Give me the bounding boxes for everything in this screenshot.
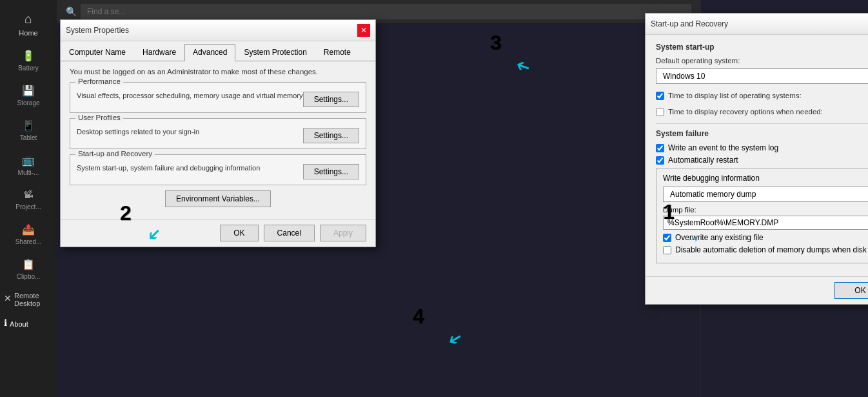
performance-section: Performance Settings... Visual effects, …: [70, 82, 366, 113]
write-debug-group: Write debugging information Automatic me…: [656, 168, 868, 263]
system-failure-title: System failure: [656, 129, 868, 138]
startup-ok-button[interactable]: OK: [834, 282, 868, 299]
write-event-row: Write an event to the system log: [656, 143, 868, 152]
auto-restart-checkbox[interactable]: [656, 156, 664, 165]
storage-icon: 💾: [22, 85, 35, 97]
disable-dump-row: Disable automatic deletion of memory dum…: [663, 245, 868, 254]
clipboard-icon: 📋: [22, 258, 35, 270]
sidebar-item-multi[interactable]: 📺 Multi-...: [0, 148, 57, 183]
sidebar-item-remote-desktop[interactable]: ✕ Remote Desktop: [0, 287, 57, 312]
tab-computer-name[interactable]: Computer Name: [61, 44, 134, 61]
divider: [656, 123, 868, 124]
system-startup-title: System start-up: [656, 43, 868, 52]
about-icon: ℹ: [4, 318, 7, 328]
startup-body: System start-up Default operating system…: [646, 35, 868, 276]
shared-icon: 📤: [22, 223, 35, 236]
sidebar-item-about[interactable]: ℹ About: [0, 312, 57, 336]
user-profiles-settings-button[interactable]: Settings...: [303, 128, 359, 143]
sys-props-close-button[interactable]: ✕: [357, 24, 370, 37]
auto-restart-label: Automatically restart: [668, 156, 738, 165]
tab-advanced[interactable]: Advanced: [184, 44, 235, 61]
debug-type-dropdown[interactable]: Automatic memory dump: [663, 187, 868, 202]
overwrite-checkbox[interactable]: [663, 234, 671, 242]
startup-recovery-title: Start-up and Recovery: [75, 150, 155, 158]
tablet-icon: 📱: [22, 119, 35, 132]
default-os-label: Default operating system:: [656, 57, 868, 65]
overwrite-row: Overwrite any existing file: [663, 233, 868, 242]
sys-props-titlebar: System Properties ✕: [61, 20, 375, 41]
home-icon: ⌂: [25, 12, 32, 26]
overwrite-label: Overwrite any existing file: [675, 233, 764, 242]
sidebar-item-storage[interactable]: 💾 Storage: [0, 78, 57, 113]
time-display-label: Time to display list of operating system…: [668, 92, 868, 99]
startup-titlebar: Start-up and Recovery ✕: [646, 14, 868, 35]
sidebar-item-battery[interactable]: 🔋 Battery: [0, 43, 57, 78]
performance-title: Performance: [75, 77, 123, 85]
battery-icon: 🔋: [22, 50, 35, 62]
tabs-bar: Computer Name Hardware Advanced System P…: [61, 41, 375, 61]
multi-icon: 📺: [22, 154, 35, 167]
time-display-row: Time to display list of operating system…: [656, 89, 868, 102]
sidebar-item-clipboard[interactable]: 📋 Clipbo...: [0, 252, 57, 287]
search-input[interactable]: [81, 4, 691, 19]
startup-recovery-section: Start-up and Recovery Settings... System…: [70, 154, 366, 185]
disable-dump-checkbox[interactable]: [663, 246, 671, 254]
tab-system-protection[interactable]: System Protection: [235, 44, 315, 61]
sys-props-body: You must be logged on as an Administrato…: [61, 61, 375, 219]
sys-props-footer: OK Cancel Apply: [61, 219, 375, 247]
sys-props-cancel-button[interactable]: Cancel: [264, 225, 315, 241]
time-recovery-checkbox[interactable]: [656, 108, 664, 116]
search-icon: 🔍: [66, 6, 77, 17]
sys-props-dialog: System Properties ✕ Computer Name Hardwa…: [60, 19, 376, 247]
startup-title: Start-up and Recovery: [651, 19, 728, 28]
sys-props-ok-button[interactable]: OK: [220, 225, 258, 241]
time-recovery-row: Time to display recovery options when ne…: [656, 105, 868, 118]
sidebar-item-home[interactable]: ⌂ Home: [0, 5, 57, 43]
startup-recovery-dialog: Start-up and Recovery ✕ System start-up …: [645, 13, 868, 305]
sidebar-item-shared[interactable]: 📤 Shared...: [0, 217, 57, 252]
auto-restart-row: Automatically restart: [656, 156, 868, 165]
user-profiles-title: User Profiles: [75, 114, 123, 121]
write-event-checkbox[interactable]: [656, 144, 664, 152]
write-debug-title: Write debugging information: [663, 174, 868, 183]
admin-info-text: You must be logged on as an Administrato…: [70, 68, 366, 76]
sidebar-item-project[interactable]: 📽 Project...: [0, 183, 57, 217]
default-os-dropdown[interactable]: Windows 10: [656, 68, 868, 84]
performance-settings-button[interactable]: Settings...: [303, 92, 359, 107]
startup-footer: OK Cancel: [646, 276, 868, 304]
write-event-label: Write an event to the system log: [668, 143, 778, 152]
tab-remote[interactable]: Remote: [315, 44, 359, 61]
user-profiles-section: User Profiles Settings... Desktop settin…: [70, 118, 366, 149]
startup-recovery-settings-button[interactable]: Settings...: [303, 164, 359, 179]
remote-desktop-icon: ✕: [4, 293, 12, 303]
sys-props-apply-button[interactable]: Apply: [320, 225, 366, 241]
disable-dump-label: Disable automatic deletion of memory dum…: [675, 245, 868, 254]
dump-file-label: Dump file:: [663, 206, 868, 214]
project-icon: 📽: [23, 189, 34, 201]
default-os-row: Default operating system:: [656, 57, 868, 65]
env-vars-wrapper: Environment Variables...: [70, 190, 366, 207]
time-recovery-label: Time to display recovery options when ne…: [668, 108, 868, 116]
sidebar-item-tablet[interactable]: 📱 Tablet: [0, 113, 57, 148]
dump-file-input[interactable]: [663, 216, 868, 230]
tab-hardware[interactable]: Hardware: [134, 44, 184, 61]
sys-props-title: System Properties: [66, 26, 129, 35]
sidebar: ⌂ Home 🔋 Battery 💾 Storage 📱 Tablet 📺 Mu…: [0, 0, 57, 397]
environment-variables-button[interactable]: Environment Variables...: [165, 190, 271, 207]
time-display-checkbox[interactable]: [656, 92, 664, 100]
